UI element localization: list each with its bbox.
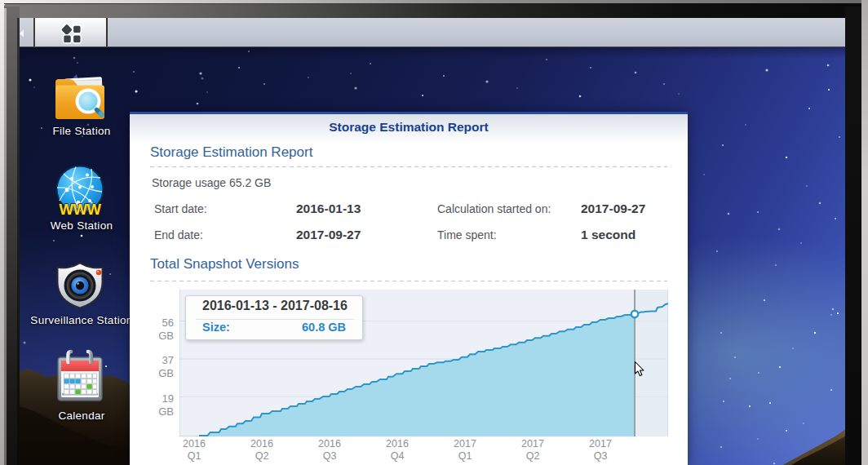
svg-text:WWW: WWW	[60, 201, 102, 218]
